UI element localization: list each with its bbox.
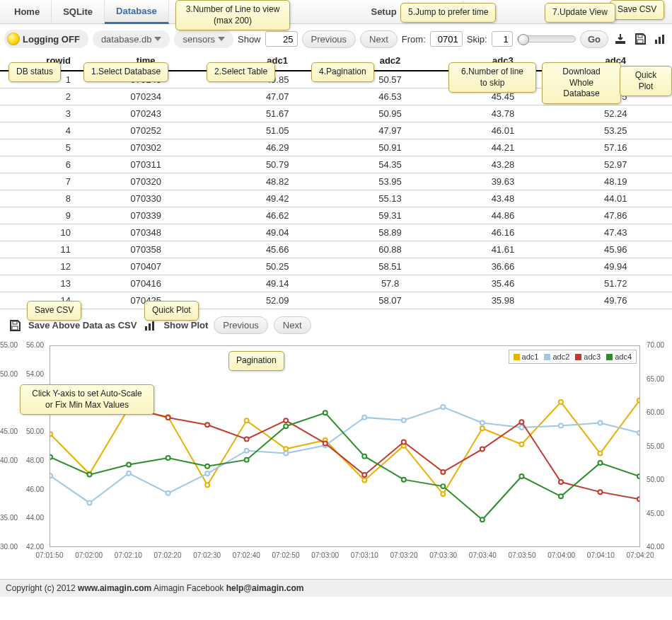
table-row: 707032048.8253.9539.6348.19	[0, 173, 672, 190]
y-axis-left-tick[interactable]: 30.0042.00	[0, 543, 47, 551]
x-axis-tick: 07:03:20	[386, 551, 422, 559]
table-cell: 50.25	[221, 258, 333, 275]
previous-button[interactable]: Previous	[302, 30, 357, 48]
logging-status[interactable]: Logging OFF	[4, 30, 88, 48]
svg-point-67	[402, 478, 406, 482]
database-select[interactable]: database.db	[93, 30, 170, 48]
from-time-input[interactable]	[430, 31, 463, 47]
table-cell: 51.67	[221, 105, 333, 122]
table-cell: 50.79	[221, 156, 333, 173]
y-axis-right-tick[interactable]: 45.00	[644, 510, 672, 517]
svg-point-59	[88, 473, 92, 477]
go-button[interactable]: Go	[580, 30, 608, 48]
table-row: 1207040750.2558.5136.6649.94	[0, 258, 672, 275]
slider-knob[interactable]	[518, 34, 529, 45]
menu-database[interactable]: Database	[105, 0, 169, 24]
save-csv-button[interactable]	[632, 31, 648, 47]
x-axis-tick: 07:01:50	[32, 551, 67, 559]
svg-point-62	[205, 464, 209, 469]
svg-rect-7	[145, 326, 147, 331]
svg-point-53	[480, 447, 485, 452]
footer-text: Aimagin Facebook	[151, 583, 226, 593]
svg-point-21	[480, 426, 485, 430]
svg-point-10	[50, 432, 52, 436]
table-cell: 59.31	[334, 207, 446, 224]
y-axis-left-tick[interactable]: 40.0048.00	[0, 457, 47, 464]
table-cell: 070339	[71, 207, 221, 224]
x-axis-tick: 07:03:30	[426, 551, 461, 559]
download-db-button[interactable]	[613, 31, 628, 47]
svg-point-46	[205, 423, 209, 427]
chart-area[interactable]	[50, 345, 640, 547]
svg-point-50	[362, 473, 366, 477]
menu-sqlite[interactable]: SQLite	[52, 1, 105, 23]
x-axis-tick: 07:03:50	[504, 551, 540, 559]
y-axis-left-tick[interactable]: 35.0044.00	[0, 514, 47, 522]
table-cell: 46.16	[446, 224, 559, 241]
save-csv-button-2[interactable]	[7, 318, 23, 333]
svg-rect-5	[13, 321, 17, 324]
footer-site-link[interactable]: www.aimagin.com	[78, 583, 151, 593]
table-cell: 54.35	[334, 156, 446, 173]
svg-point-30	[205, 471, 209, 476]
svg-point-18	[362, 478, 366, 483]
table-cell: 8	[0, 190, 71, 207]
svg-point-63	[245, 458, 249, 462]
table-cell: 43.48	[446, 190, 559, 207]
y-axis-left-tick[interactable]: 55.0056.00	[0, 341, 47, 349]
y-axis-right-tick[interactable]: 70.00	[644, 341, 672, 349]
table-cell: 47.07	[221, 88, 333, 105]
table-cell: 41.61	[446, 241, 559, 258]
plot-previous-button[interactable]: Previous	[214, 316, 268, 334]
skip-slider[interactable]	[517, 35, 576, 42]
y-axis-right-tick[interactable]: 65.00	[644, 375, 672, 383]
y-axis-left-tick[interactable]: 45.0050.00	[0, 427, 47, 435]
svg-point-55	[559, 480, 563, 484]
svg-point-70	[519, 474, 523, 478]
svg-point-38	[519, 425, 523, 430]
table-row: 1407042552.0958.0735.9849.76	[0, 292, 672, 309]
y-axis-left-tick[interactable]: 46.00	[0, 486, 47, 493]
callout-quick-plot: Quick Plot	[620, 66, 672, 96]
table-cell: 49.42	[221, 190, 333, 207]
y-axis-left-tick[interactable]: 50.0054.00	[0, 370, 47, 378]
svg-point-40	[598, 421, 602, 425]
callout-update-view: 7.Update View	[545, 3, 615, 23]
show-lines-input[interactable]	[265, 31, 298, 47]
legend-adc4: adc4	[615, 352, 632, 361]
table-row: 507030246.2950.9144.2157.16	[0, 139, 672, 156]
callout-pagination-bottom: Pagination	[228, 351, 284, 371]
toolbar: Logging OFF database.db sensors Show Pre…	[0, 24, 672, 51]
x-axis-tick: 07:03:10	[347, 551, 382, 559]
svg-point-57	[637, 497, 639, 501]
y-axis-right-tick[interactable]: 40.00	[644, 543, 672, 551]
svg-rect-1	[637, 40, 643, 43]
menu-home[interactable]: Home	[3, 1, 52, 23]
table-select[interactable]: sensors	[174, 30, 233, 48]
svg-point-29	[166, 491, 170, 495]
y-axis-right-tick[interactable]: 55.00	[644, 442, 672, 450]
callout-lines-to-view: 3.Number of Line to view(max 200)	[175, 0, 290, 30]
svg-point-60	[127, 463, 131, 467]
y-axis-right-tick[interactable]: 60.00	[644, 408, 672, 416]
logging-status-label: Logging OFF	[23, 34, 80, 45]
skip-input[interactable]	[492, 31, 513, 47]
svg-point-52	[441, 470, 445, 474]
footer-email-link[interactable]: help@aimagin.com	[226, 583, 304, 593]
from-label: From:	[402, 34, 426, 45]
show-label: Show	[238, 34, 261, 45]
footer-copyright: Copyright (c) 2012	[6, 583, 78, 593]
plot-next-button[interactable]: Next	[274, 316, 311, 334]
table-row: 807033049.4255.1343.4844.01	[0, 190, 672, 207]
quick-plot-button[interactable]	[652, 31, 668, 47]
svg-point-16	[284, 447, 288, 451]
next-button[interactable]: Next	[360, 30, 398, 48]
chevron-down-icon	[154, 37, 161, 41]
x-axis-tick: 07:02:30	[190, 551, 225, 559]
table-name-label: sensors	[183, 34, 215, 45]
y-axis-right-tick[interactable]: 50.00	[644, 476, 672, 483]
table-cell: 46.53	[334, 88, 446, 105]
table-cell: 52.97	[560, 156, 672, 173]
svg-point-41	[637, 431, 639, 435]
table-cell: 52.09	[221, 292, 333, 309]
